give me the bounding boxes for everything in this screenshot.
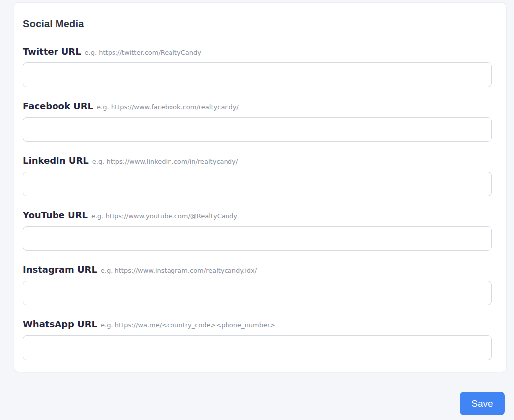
whatsapp-url-input[interactable] xyxy=(23,335,492,360)
field-hint: e.g. https://www.youtube.com/@RealtyCand… xyxy=(91,212,237,220)
facebook-url-input[interactable] xyxy=(23,117,492,142)
section-title: Social Media xyxy=(23,18,492,30)
field-hint: e.g. https://www.linkedin.com/in/realtyc… xyxy=(92,158,238,165)
field-hint: e.g. https://twitter.com/RealtyCandy xyxy=(85,49,201,56)
settings-page: Social Media Twitter URLe.g. https://twi… xyxy=(0,2,514,415)
field-label: YouTube URL xyxy=(23,210,88,220)
twitter-url-input[interactable] xyxy=(23,62,492,87)
field-group-facebook: Facebook URLe.g. https://www.facebook.co… xyxy=(23,101,492,142)
instagram-url-input[interactable] xyxy=(23,281,492,305)
actions-bar: Save xyxy=(0,392,505,415)
social-media-fields: Twitter URLe.g. https://twitter.com/Real… xyxy=(23,46,492,360)
field-hint: e.g. https://www.instagram.com/realtycan… xyxy=(101,267,257,274)
field-group-linkedin: LinkedIn URLe.g. https://www.linkedin.co… xyxy=(23,155,492,196)
field-group-whatsapp: WhatsApp URLe.g. https://wa.me/<country_… xyxy=(23,319,492,360)
field-group-youtube: YouTube URLe.g. https://www.youtube.com/… xyxy=(23,210,492,251)
save-button[interactable]: Save xyxy=(460,392,505,415)
field-label: Instagram URL xyxy=(23,264,97,275)
social-media-card: Social Media Twitter URLe.g. https://twi… xyxy=(14,2,507,372)
field-label: Facebook URL xyxy=(23,101,93,111)
field-label: LinkedIn URL xyxy=(23,155,89,166)
field-group-instagram: Instagram URLe.g. https://www.instagram.… xyxy=(23,264,492,305)
youtube-url-input[interactable] xyxy=(23,226,492,251)
field-label: WhatsApp URL xyxy=(23,319,97,329)
field-label: Twitter URL xyxy=(23,46,81,57)
field-hint: e.g. https://wa.me/<country_code><phone_… xyxy=(101,321,275,329)
linkedin-url-input[interactable] xyxy=(23,172,492,196)
field-hint: e.g. https://www.facebook.com/realtycand… xyxy=(97,103,239,111)
field-group-twitter: Twitter URLe.g. https://twitter.com/Real… xyxy=(23,46,492,87)
